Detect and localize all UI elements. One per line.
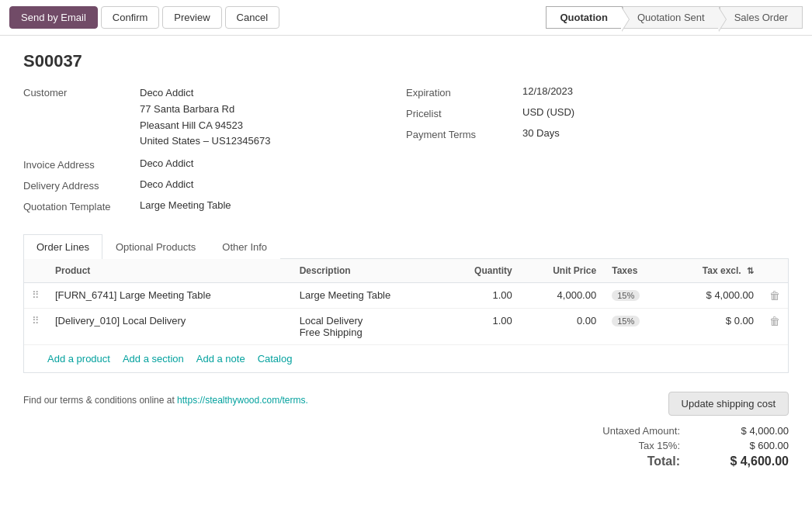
delete-row2-button[interactable]: 🗑 (769, 315, 780, 327)
catalog-link[interactable]: Catalog (258, 353, 293, 365)
delivery-address-row: Delivery Address Deco Addict (23, 178, 406, 192)
row2-delete[interactable]: 🗑 (762, 309, 788, 345)
form-right: Expiration 12/18/2023 Pricelist USD (USD… (406, 85, 789, 220)
terms-link[interactable]: https://stealthywood.com/terms. (177, 395, 308, 406)
form-left: Customer Deco Addict 77 Santa Barbara Rd… (23, 85, 406, 220)
quantity-header: Quantity (444, 259, 520, 283)
add-section-link[interactable]: Add a section (123, 353, 184, 365)
table-row: ⠿ [FURN_6741] Large Meeting Table Large … (24, 283, 788, 309)
invoice-address-row: Invoice Address Deco Addict (23, 157, 406, 171)
pricelist-label: Pricelist (406, 106, 522, 119)
send-email-button[interactable]: Send by Email (9, 6, 98, 29)
add-product-link[interactable]: Add a product (47, 353, 110, 365)
row1-unit-price: 4,000.00 (520, 283, 604, 309)
untaxed-label: Untaxed Amount: (602, 425, 680, 437)
drag-col (24, 259, 47, 283)
status-sales-order[interactable]: Sales Order (720, 6, 803, 29)
cancel-button[interactable]: Cancel (225, 6, 279, 29)
row1-product: [FURN_6741] Large Meeting Table (47, 283, 292, 309)
row2-taxes: 15% (604, 309, 666, 345)
customer-value: Deco Addict 77 Santa Barbara Rd Pleasant… (140, 85, 270, 150)
row1-delete[interactable]: 🗑 (762, 283, 788, 309)
payment-terms-value: 30 Days (522, 127, 560, 139)
expiration-row: Expiration 12/18/2023 (406, 85, 789, 98)
row2-unit-price: 0.00 (520, 309, 604, 345)
tax-label: Tax 15%: (639, 440, 680, 451)
invoice-address-value: Deco Addict (140, 157, 193, 169)
row2-product: [Delivery_010] Local Delivery (47, 309, 292, 345)
total-label: Total: (647, 454, 680, 468)
tax-value: $ 600.00 (727, 440, 789, 451)
total-row: Total: $ 4,600.00 (602, 454, 789, 468)
row1-taxes: 15% (604, 283, 666, 309)
row2-quantity: 1.00 (444, 309, 520, 345)
delete-row1-button[interactable]: 🗑 (769, 289, 780, 302)
unit-price-header: Unit Price (520, 259, 604, 283)
taxes-header: Taxes (604, 259, 666, 283)
quotation-template-row: Quotation Template Large Meeting Table (23, 199, 406, 213)
total-value: $ 4,600.00 (727, 454, 789, 468)
terms-section: Find our terms & conditions online at ht… (23, 392, 308, 406)
main-content: S00037 Customer Deco Addict 77 Santa Bar… (0, 36, 812, 499)
update-shipping-button[interactable]: Update shipping cost (668, 392, 789, 416)
confirm-button[interactable]: Confirm (101, 6, 160, 29)
pricelist-value: USD (USD) (522, 106, 574, 118)
status-quotation-sent[interactable]: Quotation Sent (623, 6, 720, 29)
customer-label: Customer (23, 85, 140, 98)
table-row: ⠿ [Delivery_010] Local Delivery Local De… (24, 309, 788, 345)
status-bar: Quotation Quotation Sent Sales Order (546, 6, 803, 29)
delete-col (762, 259, 788, 283)
product-header: Product (47, 259, 292, 283)
row1-tax-excl: $ 4,000.00 (666, 283, 762, 309)
preview-button[interactable]: Preview (162, 6, 221, 29)
terms-text: Find our terms & conditions online at ht… (23, 395, 308, 406)
tab-other-info[interactable]: Other Info (209, 234, 280, 259)
quotation-template-label: Quotation Template (23, 199, 140, 213)
drag-handle[interactable]: ⠿ (24, 283, 47, 309)
quotation-template-value: Large Meeting Table (140, 199, 231, 211)
order-summary: Update shipping cost Untaxed Amount: $ 4… (602, 392, 789, 472)
row1-quantity: 1.00 (444, 283, 520, 309)
delivery-address-label: Delivery Address (23, 178, 140, 192)
tab-order-lines[interactable]: Order Lines (23, 234, 102, 259)
toolbar: Send by Email Confirm Preview Cancel Quo… (0, 0, 812, 36)
untaxed-value: $ 4,000.00 (727, 425, 789, 437)
description-header: Description (292, 259, 444, 283)
tax-row: Tax 15%: $ 600.00 (602, 440, 789, 451)
drag-handle[interactable]: ⠿ (24, 309, 47, 345)
status-quotation[interactable]: Quotation (546, 6, 623, 29)
pricelist-row: Pricelist USD (USD) (406, 106, 789, 119)
row2-tax-excl: $ 0.00 (666, 309, 762, 345)
add-links: Add a product Add a section Add a note C… (24, 345, 788, 372)
expiration-label: Expiration (406, 85, 522, 98)
tab-optional-products[interactable]: Optional Products (102, 234, 209, 259)
columns-toggle-icon[interactable]: ⇅ (747, 266, 754, 275)
order-lines-table: Product Description Quantity Unit Price … (24, 259, 788, 345)
delivery-address-value: Deco Addict (140, 178, 193, 190)
footer-section: Find our terms & conditions online at ht… (23, 379, 789, 484)
order-lines-section: Product Description Quantity Unit Price … (23, 258, 789, 373)
customer-row: Customer Deco Addict 77 Santa Barbara Rd… (23, 85, 406, 150)
row2-description: Local Delivery Free Shipping (292, 309, 444, 345)
order-form: Customer Deco Addict 77 Santa Barbara Rd… (23, 85, 789, 220)
payment-terms-label: Payment Terms (406, 127, 522, 140)
expiration-value: 12/18/2023 (522, 85, 573, 97)
untaxed-amount-row: Untaxed Amount: $ 4,000.00 (602, 425, 789, 437)
invoice-address-label: Invoice Address (23, 157, 140, 171)
tax-excl-header: Tax excl. ⇅ (666, 259, 762, 283)
add-note-link[interactable]: Add a note (196, 353, 245, 365)
table-header-row: Product Description Quantity Unit Price … (24, 259, 788, 283)
payment-terms-row: Payment Terms 30 Days (406, 127, 789, 140)
order-id: S00037 (23, 51, 789, 71)
row1-description: Large Meeting Table (292, 283, 444, 309)
tabs: Order Lines Optional Products Other Info (23, 234, 789, 259)
